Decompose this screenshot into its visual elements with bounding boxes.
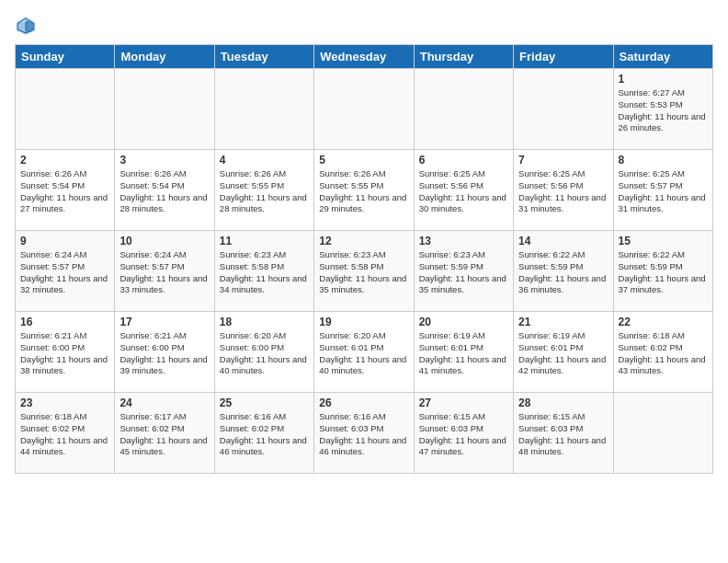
day-info-text: Sunrise: 6:16 AM Sunset: 6:02 PM Dayligh…: [220, 411, 309, 458]
day-number: 28: [518, 396, 608, 409]
calendar-day-cell: [115, 69, 214, 150]
day-number: 10: [119, 235, 209, 247]
day-info-text: Sunrise: 6:26 AM Sunset: 5:54 PM Dayligh…: [20, 168, 109, 215]
calendar-day-cell: 17Sunrise: 6:21 AM Sunset: 6:00 PM Dayli…: [115, 312, 214, 393]
day-number: 7: [518, 154, 608, 167]
weekday-header-friday: Friday: [514, 45, 613, 69]
day-number: 15: [619, 235, 708, 247]
calendar-day-cell: 5Sunrise: 6:26 AM Sunset: 5:55 PM Daylig…: [314, 150, 414, 231]
calendar-day-cell: 9Sunrise: 6:24 AM Sunset: 5:57 PM Daylig…: [16, 231, 115, 312]
calendar-day-cell: [16, 69, 115, 150]
day-info-text: Sunrise: 6:26 AM Sunset: 5:54 PM Dayligh…: [119, 168, 209, 215]
weekday-header-sunday: Sunday: [16, 45, 115, 69]
day-number: 22: [619, 316, 708, 328]
day-number: 25: [220, 396, 309, 409]
calendar-day-cell: 2Sunrise: 6:26 AM Sunset: 5:54 PM Daylig…: [16, 150, 115, 231]
day-info-text: Sunrise: 6:18 AM Sunset: 6:02 PM Dayligh…: [20, 411, 109, 458]
calendar-day-cell: 24Sunrise: 6:17 AM Sunset: 6:02 PM Dayli…: [115, 393, 214, 474]
day-info-text: Sunrise: 6:25 AM Sunset: 5:56 PM Dayligh…: [419, 168, 508, 215]
calendar-day-cell: 1Sunrise: 6:27 AM Sunset: 5:53 PM Daylig…: [613, 69, 712, 150]
calendar-day-cell: 20Sunrise: 6:19 AM Sunset: 6:01 PM Dayli…: [414, 312, 513, 393]
day-number: 21: [518, 316, 608, 328]
day-number: 23: [20, 396, 109, 409]
svg-rect-2: [17, 22, 28, 31]
day-number: 14: [518, 235, 608, 247]
calendar-day-cell: [613, 393, 712, 474]
page-header: [15, 15, 713, 37]
calendar-day-cell: 16Sunrise: 6:21 AM Sunset: 6:00 PM Dayli…: [16, 312, 115, 393]
day-number: 13: [419, 235, 508, 247]
day-info-text: Sunrise: 6:16 AM Sunset: 6:03 PM Dayligh…: [319, 411, 408, 458]
day-info-text: Sunrise: 6:21 AM Sunset: 6:00 PM Dayligh…: [119, 330, 209, 377]
calendar-day-cell: 27Sunrise: 6:15 AM Sunset: 6:03 PM Dayli…: [414, 393, 513, 474]
calendar-day-cell: [514, 69, 613, 150]
day-info-text: Sunrise: 6:15 AM Sunset: 6:03 PM Dayligh…: [518, 411, 608, 458]
logo: [15, 15, 40, 37]
weekday-header-thursday: Thursday: [414, 45, 513, 69]
day-number: 5: [319, 154, 408, 167]
weekday-header-wednesday: Wednesday: [314, 45, 414, 69]
calendar-table: SundayMondayTuesdayWednesdayThursdayFrid…: [15, 44, 713, 474]
calendar-day-cell: 13Sunrise: 6:23 AM Sunset: 5:59 PM Dayli…: [414, 231, 513, 312]
calendar-day-cell: 23Sunrise: 6:18 AM Sunset: 6:02 PM Dayli…: [16, 393, 115, 474]
calendar-day-cell: 7Sunrise: 6:25 AM Sunset: 5:56 PM Daylig…: [514, 150, 613, 231]
day-number: 2: [20, 154, 109, 167]
day-info-text: Sunrise: 6:26 AM Sunset: 5:55 PM Dayligh…: [319, 168, 408, 215]
day-info-text: Sunrise: 6:27 AM Sunset: 5:53 PM Dayligh…: [619, 87, 708, 134]
day-number: 1: [619, 73, 708, 86]
day-number: 24: [119, 396, 209, 409]
day-info-text: Sunrise: 6:25 AM Sunset: 5:56 PM Dayligh…: [518, 168, 608, 215]
day-number: 16: [20, 316, 109, 328]
weekday-header-monday: Monday: [115, 45, 214, 69]
calendar-header-row: SundayMondayTuesdayWednesdayThursdayFrid…: [16, 45, 713, 69]
day-number: 18: [220, 316, 309, 328]
calendar-week-row: 1Sunrise: 6:27 AM Sunset: 5:53 PM Daylig…: [16, 69, 713, 150]
day-info-text: Sunrise: 6:20 AM Sunset: 6:00 PM Dayligh…: [220, 330, 309, 377]
calendar-week-row: 16Sunrise: 6:21 AM Sunset: 6:00 PM Dayli…: [16, 312, 713, 393]
day-info-text: Sunrise: 6:19 AM Sunset: 6:01 PM Dayligh…: [419, 330, 508, 377]
calendar-day-cell: 14Sunrise: 6:22 AM Sunset: 5:59 PM Dayli…: [514, 231, 613, 312]
calendar-day-cell: 8Sunrise: 6:25 AM Sunset: 5:57 PM Daylig…: [613, 150, 712, 231]
calendar-day-cell: 19Sunrise: 6:20 AM Sunset: 6:01 PM Dayli…: [314, 312, 414, 393]
day-number: 11: [220, 235, 309, 247]
calendar-day-cell: 10Sunrise: 6:24 AM Sunset: 5:57 PM Dayli…: [115, 231, 214, 312]
day-info-text: Sunrise: 6:18 AM Sunset: 6:02 PM Dayligh…: [619, 330, 708, 377]
day-info-text: Sunrise: 6:26 AM Sunset: 5:55 PM Dayligh…: [220, 168, 309, 215]
calendar-day-cell: 6Sunrise: 6:25 AM Sunset: 5:56 PM Daylig…: [414, 150, 513, 231]
calendar-week-row: 23Sunrise: 6:18 AM Sunset: 6:02 PM Dayli…: [16, 393, 713, 474]
calendar-day-cell: [314, 69, 414, 150]
weekday-header-saturday: Saturday: [613, 45, 712, 69]
day-number: 20: [419, 316, 508, 328]
day-number: 27: [419, 396, 508, 409]
day-info-text: Sunrise: 6:22 AM Sunset: 5:59 PM Dayligh…: [518, 249, 608, 296]
day-number: 6: [419, 154, 508, 167]
day-info-text: Sunrise: 6:23 AM Sunset: 5:59 PM Dayligh…: [419, 249, 508, 296]
day-number: 12: [319, 235, 408, 247]
day-info-text: Sunrise: 6:17 AM Sunset: 6:02 PM Dayligh…: [119, 411, 209, 458]
calendar-day-cell: 15Sunrise: 6:22 AM Sunset: 5:59 PM Dayli…: [613, 231, 712, 312]
day-info-text: Sunrise: 6:22 AM Sunset: 5:59 PM Dayligh…: [619, 249, 708, 296]
calendar-week-row: 2Sunrise: 6:26 AM Sunset: 5:54 PM Daylig…: [16, 150, 713, 231]
weekday-header-tuesday: Tuesday: [214, 45, 313, 69]
day-info-text: Sunrise: 6:19 AM Sunset: 6:01 PM Dayligh…: [518, 330, 608, 377]
day-number: 26: [319, 396, 408, 409]
day-info-text: Sunrise: 6:24 AM Sunset: 5:57 PM Dayligh…: [119, 249, 209, 296]
day-number: 9: [20, 235, 109, 247]
day-info-text: Sunrise: 6:20 AM Sunset: 6:01 PM Dayligh…: [319, 330, 408, 377]
day-info-text: Sunrise: 6:23 AM Sunset: 5:58 PM Dayligh…: [319, 249, 408, 296]
day-number: 17: [119, 316, 209, 328]
calendar-day-cell: 21Sunrise: 6:19 AM Sunset: 6:01 PM Dayli…: [514, 312, 613, 393]
day-number: 3: [119, 154, 209, 167]
logo-icon: [15, 15, 37, 37]
calendar-day-cell: 28Sunrise: 6:15 AM Sunset: 6:03 PM Dayli…: [514, 393, 613, 474]
calendar-day-cell: 3Sunrise: 6:26 AM Sunset: 5:54 PM Daylig…: [115, 150, 214, 231]
calendar-day-cell: [214, 69, 313, 150]
day-info-text: Sunrise: 6:24 AM Sunset: 5:57 PM Dayligh…: [20, 249, 109, 296]
calendar-week-row: 9Sunrise: 6:24 AM Sunset: 5:57 PM Daylig…: [16, 231, 713, 312]
calendar-day-cell: 4Sunrise: 6:26 AM Sunset: 5:55 PM Daylig…: [214, 150, 313, 231]
calendar-day-cell: 22Sunrise: 6:18 AM Sunset: 6:02 PM Dayli…: [613, 312, 712, 393]
day-info-text: Sunrise: 6:23 AM Sunset: 5:58 PM Dayligh…: [220, 249, 309, 296]
calendar-day-cell: 26Sunrise: 6:16 AM Sunset: 6:03 PM Dayli…: [314, 393, 414, 474]
calendar-day-cell: 25Sunrise: 6:16 AM Sunset: 6:02 PM Dayli…: [214, 393, 313, 474]
day-info-text: Sunrise: 6:21 AM Sunset: 6:00 PM Dayligh…: [20, 330, 109, 377]
